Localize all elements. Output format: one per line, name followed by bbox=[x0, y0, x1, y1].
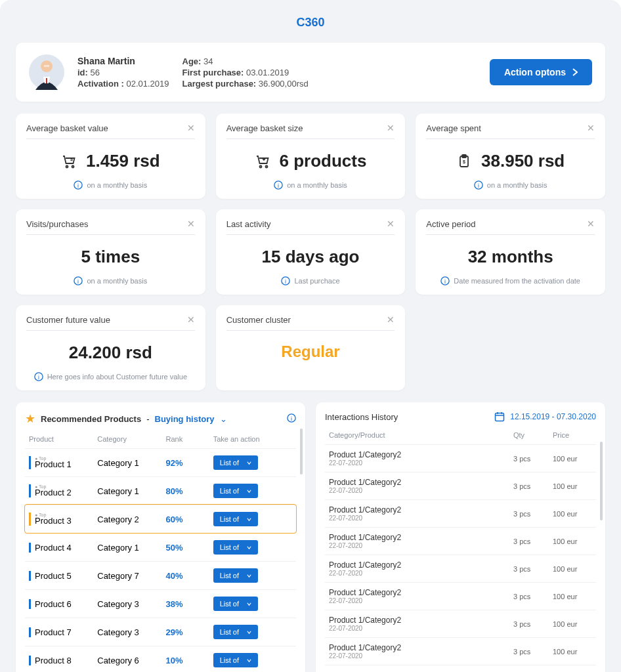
list-of-button[interactable]: List of bbox=[213, 568, 258, 583]
product-cell: ● Top Product 1 bbox=[29, 456, 97, 469]
stat-value: 15 days ago bbox=[226, 247, 395, 267]
chevron-down-icon[interactable]: ⌄ bbox=[220, 414, 227, 424]
stat-title: Average basket size bbox=[226, 123, 303, 133]
svg-point-10 bbox=[265, 165, 267, 167]
category-cell: Category 2 bbox=[97, 514, 165, 524]
activation-label: Activation : bbox=[77, 79, 124, 89]
table-row: Product 1/Category222-07-2020 3 pcs 100 … bbox=[325, 500, 596, 528]
category-cell: Category 1 bbox=[97, 486, 165, 496]
list-of-button[interactable]: List of bbox=[213, 653, 258, 667]
stat-title: Customer cluster bbox=[226, 315, 291, 325]
date-range-picker[interactable]: 12.15.2019 - 07.30.2020 bbox=[494, 411, 596, 422]
table-row: Product 1/Category222-07-2020 3 pcs 100 … bbox=[325, 472, 596, 500]
close-icon[interactable]: ✕ bbox=[587, 123, 595, 133]
col-action: Take an action bbox=[213, 435, 292, 443]
recommended-table-header: Product Category Rank Take an action bbox=[25, 432, 296, 448]
svg-rect-2 bbox=[44, 65, 49, 67]
close-icon[interactable]: ✕ bbox=[587, 219, 595, 229]
close-icon[interactable]: ✕ bbox=[387, 219, 395, 229]
svg-point-5 bbox=[72, 165, 74, 167]
activation-value: 02.01.2019 bbox=[126, 79, 169, 89]
category-cell: Category 3 bbox=[97, 599, 165, 609]
table-row[interactable]: Product 4 Category 1 50% List of bbox=[25, 533, 296, 561]
buying-history-link[interactable]: Buying history bbox=[155, 414, 215, 424]
list-of-button[interactable]: List of bbox=[213, 455, 258, 470]
product-cell: Product 4 bbox=[29, 543, 97, 553]
stat-card: Customer cluster ✕ Regular bbox=[216, 305, 406, 390]
star-icon: ★ bbox=[25, 411, 35, 426]
table-row: Product 1/Category222-07-2020 3 pcs 100 … bbox=[325, 638, 596, 665]
profile-card: Shana Martin id: 56 Activation : 02.01.2… bbox=[16, 43, 605, 102]
table-row[interactable]: ● Top Product 3 Category 2 60% List of bbox=[25, 505, 296, 533]
stat-value: Regular bbox=[226, 343, 395, 361]
close-icon[interactable]: ✕ bbox=[187, 219, 195, 229]
interaction-price: 100 eur bbox=[553, 510, 592, 518]
stat-card: Active period ✕ 32 months iDate measured… bbox=[416, 209, 605, 295]
stat-card: Customer future value ✕ 24.200 rsd iHere… bbox=[16, 305, 205, 390]
interaction-price: 100 eur bbox=[553, 455, 592, 463]
category-cell: Category 1 bbox=[97, 543, 165, 553]
interaction-product: Product 1/Category2 bbox=[329, 505, 513, 514]
stat-card: Average spent ✕ $38.950 rsd ion a monthl… bbox=[416, 114, 605, 199]
list-of-button[interactable]: List of bbox=[213, 540, 258, 555]
calendar-icon bbox=[494, 411, 505, 422]
rank-cell: 40% bbox=[166, 571, 213, 581]
action-options-button[interactable]: Action optons bbox=[490, 59, 592, 85]
rank-cell: 50% bbox=[166, 543, 213, 553]
interaction-qty: 3 pcs bbox=[513, 593, 553, 600]
svg-text:i: i bbox=[291, 415, 292, 421]
stat-note: iDate measured from the activation date bbox=[426, 276, 595, 285]
stat-value: $38.950 rsd bbox=[426, 151, 595, 171]
product-name: Product 7 bbox=[35, 627, 72, 637]
interaction-date: 22-07-2020 bbox=[329, 487, 513, 494]
list-of-button[interactable]: List of bbox=[213, 512, 258, 526]
list-of-button[interactable]: List of bbox=[213, 597, 258, 611]
stat-value: 6 products bbox=[226, 151, 395, 171]
interactions-history-panel: Interactions History 12.15.2019 - 07.30.… bbox=[316, 402, 605, 672]
interaction-price: 100 eur bbox=[553, 620, 592, 628]
stat-card: Average basket size ✕ 6 products ion a m… bbox=[216, 114, 406, 199]
interaction-product: Product 1/Category2 bbox=[329, 533, 513, 542]
stat-title: Active period bbox=[426, 219, 475, 229]
stat-title: Average basket value bbox=[26, 123, 108, 133]
table-row: Product 1/Category222-07-2020 3 pcs 100 … bbox=[325, 528, 596, 555]
table-row[interactable]: ● Top Product 2 Category 1 80% List of bbox=[25, 476, 296, 505]
profile-details-left: Shana Martin id: 56 Activation : 02.01.2… bbox=[77, 56, 169, 89]
svg-point-9 bbox=[259, 165, 261, 167]
list-of-button[interactable]: List of bbox=[213, 625, 258, 639]
interaction-price: 100 eur bbox=[553, 565, 592, 573]
list-of-button[interactable]: List of bbox=[213, 484, 258, 498]
close-icon[interactable]: ✕ bbox=[387, 123, 395, 133]
stat-note: iLast purchace bbox=[226, 276, 395, 285]
close-icon[interactable]: ✕ bbox=[387, 314, 395, 325]
stat-note: iHere goes info about Customer future va… bbox=[26, 372, 195, 381]
interaction-date: 22-07-2020 bbox=[329, 542, 513, 549]
product-cell: Product 6 bbox=[29, 599, 97, 609]
info-icon[interactable]: i bbox=[287, 413, 296, 425]
close-icon[interactable]: ✕ bbox=[187, 123, 195, 133]
table-row[interactable]: Product 5 Category 7 40% List of bbox=[25, 561, 296, 589]
page-title: C360 bbox=[16, 16, 605, 30]
table-row[interactable]: Product 6 Category 3 38% List of bbox=[25, 589, 296, 618]
table-row[interactable]: ● Top Product 1 Category 1 92% List of bbox=[25, 448, 296, 476]
product-cell: Product 5 bbox=[29, 571, 97, 581]
interaction-product: Product 1/Category2 bbox=[329, 478, 513, 487]
product-name: Product 8 bbox=[35, 656, 72, 665]
scrollbar[interactable] bbox=[300, 429, 303, 474]
table-row[interactable]: Product 7 Category 3 29% List of bbox=[25, 618, 296, 646]
svg-text:$: $ bbox=[463, 159, 465, 165]
svg-text:i: i bbox=[38, 374, 39, 381]
table-row[interactable]: Product 8 Category 6 10% List of bbox=[25, 646, 296, 672]
product-name: Product 1 bbox=[35, 459, 72, 469]
category-cell: Category 6 bbox=[97, 656, 165, 665]
age-value: 34 bbox=[203, 56, 213, 66]
first-purchase-value: 03.01.2019 bbox=[246, 68, 289, 77]
stat-card: Last activity ✕ 15 days ago iLast purcha… bbox=[216, 209, 406, 295]
scrollbar[interactable] bbox=[600, 442, 603, 520]
svg-text:i: i bbox=[77, 278, 79, 285]
svg-text:i: i bbox=[77, 182, 79, 189]
close-icon[interactable]: ✕ bbox=[187, 314, 195, 325]
table-row: Product 1/Category222-07-2020 3 pcs 100 … bbox=[325, 555, 596, 583]
interaction-qty: 3 pcs bbox=[513, 455, 553, 463]
product-name: Product 5 bbox=[35, 571, 72, 581]
